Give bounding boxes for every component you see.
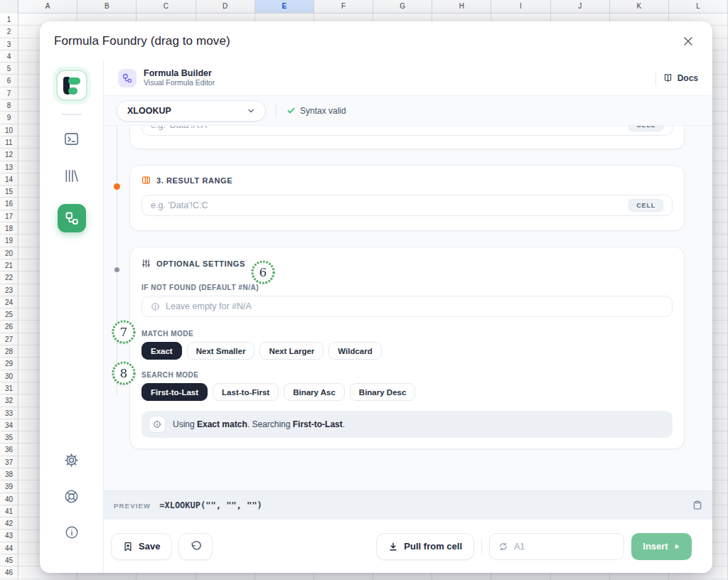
sidebar-item-help[interactable] [63, 488, 80, 505]
match-mode-option-wildcard[interactable]: Wildcard [328, 342, 381, 360]
row-header-1[interactable]: 1 [0, 14, 18, 26]
row-header-40[interactable]: 40 [0, 493, 18, 505]
row-header-37[interactable]: 37 [0, 456, 18, 468]
row-header-36[interactable]: 36 [0, 444, 18, 456]
column-header-L[interactable]: L [669, 0, 728, 13]
clipboard-icon[interactable] [692, 500, 702, 510]
match-mode-option-next-smaller[interactable]: Next Smaller [187, 342, 255, 360]
if-not-found-input[interactable] [166, 301, 663, 311]
form-scroll-area[interactable]: CELL 3. RESULT RANGE CELL [104, 126, 712, 490]
row-header-42[interactable]: 42 [0, 517, 18, 530]
row-header-39[interactable]: 39 [0, 480, 18, 493]
row-header-41[interactable]: 41 [0, 505, 18, 517]
row-header-11[interactable]: 11 [0, 136, 18, 149]
builder-title: Formula Builder [144, 68, 215, 78]
refresh-icon [498, 542, 508, 552]
row-header-25[interactable]: 25 [0, 308, 18, 321]
sidebar-item-formula-builder-active[interactable] [58, 204, 86, 232]
row-header-20[interactable]: 20 [0, 247, 18, 259]
cell-badge[interactable]: CELL [628, 126, 663, 131]
column-header-K[interactable]: K [610, 0, 669, 13]
column-header-E[interactable]: E [255, 0, 314, 13]
row-header-29[interactable]: 29 [0, 358, 18, 370]
row-header-15[interactable]: 15 [0, 186, 18, 198]
search-mode-option-binary-desc[interactable]: Binary Desc [350, 383, 415, 401]
match-mode-option-next-larger[interactable]: Next Larger [259, 342, 323, 360]
row-header-4[interactable]: 4 [0, 50, 18, 63]
cell-badge[interactable]: CELL [628, 199, 663, 212]
save-button[interactable]: Save [111, 533, 172, 560]
function-name: XLOOKUP [127, 106, 171, 116]
row-header-28[interactable]: 28 [0, 345, 18, 358]
search-mode-option-first-to-last[interactable]: First-to-Last [141, 383, 208, 401]
row-header-10[interactable]: 10 [0, 124, 18, 136]
row-header-9[interactable]: 9 [0, 112, 18, 124]
column-header-J[interactable]: J [551, 0, 610, 13]
column-header-G[interactable]: G [373, 0, 432, 13]
row-header-35[interactable]: 35 [0, 431, 18, 444]
column-header-H[interactable]: H [432, 0, 491, 13]
column-header-D[interactable]: D [196, 0, 255, 13]
row-header-24[interactable]: 24 [0, 296, 18, 308]
row-header-13[interactable]: 13 [0, 161, 18, 173]
row-header-34[interactable]: 34 [0, 419, 18, 431]
column-header-C[interactable]: C [136, 0, 196, 13]
function-selector[interactable]: XLOOKUP [117, 100, 266, 122]
row-header-26[interactable]: 26 [0, 321, 18, 333]
row-header-44[interactable]: 44 [0, 542, 18, 554]
library-icon [63, 168, 80, 184]
row-header-2[interactable]: 2 [0, 26, 18, 38]
row-header-23[interactable]: 23 [0, 284, 18, 296]
insert-button[interactable]: Insert [631, 533, 692, 560]
row-header-7[interactable]: 7 [0, 87, 18, 100]
lookup-range-input[interactable] [151, 126, 623, 130]
select-all-corner[interactable] [0, 0, 18, 14]
row-header-19[interactable]: 19 [0, 235, 18, 247]
row-header-46[interactable]: 46 [0, 566, 18, 579]
row-header-3[interactable]: 3 [0, 38, 18, 50]
column-headers: ABCDEFGHIJKL [0, 0, 728, 14]
row-header-21[interactable]: 21 [0, 259, 18, 272]
row-header-12[interactable]: 12 [0, 149, 18, 161]
undo-button[interactable] [178, 533, 213, 560]
search-mode-option-last-to-first[interactable]: Last-to-First [213, 383, 279, 401]
column-header-F[interactable]: F [314, 0, 373, 13]
settings-gear-icon [63, 452, 80, 468]
syntax-status-label: Syntax valid [300, 106, 346, 116]
divider [276, 104, 277, 118]
column-header-A[interactable]: A [18, 0, 77, 13]
row-header-14[interactable]: 14 [0, 173, 18, 186]
sidebar-item-settings[interactable] [63, 452, 80, 468]
row-header-31[interactable]: 31 [0, 382, 18, 394]
column-header-B[interactable]: B [77, 0, 136, 13]
match-mode-option-exact[interactable]: Exact [141, 342, 182, 360]
close-icon[interactable] [681, 34, 695, 48]
docs-button[interactable]: Docs [663, 72, 698, 83]
row-header-18[interactable]: 18 [0, 222, 18, 235]
sidebar-item-terminal[interactable] [63, 131, 80, 147]
row-header-43[interactable]: 43 [0, 530, 18, 542]
row-header-22[interactable]: 22 [0, 272, 18, 284]
row-header-6[interactable]: 6 [0, 75, 18, 87]
row-header-32[interactable]: 32 [0, 394, 18, 407]
row-header-38[interactable]: 38 [0, 468, 18, 480]
sidebar-item-about[interactable] [64, 525, 80, 540]
row-header-27[interactable]: 27 [0, 333, 18, 345]
pull-from-cell-button[interactable]: Pull from cell [376, 533, 474, 560]
row-header-16[interactable]: 16 [0, 198, 18, 210]
result-range-input[interactable] [151, 200, 623, 210]
cell-reference-input[interactable] [514, 542, 615, 552]
dialog-drag-handle[interactable]: Formula Foundry (drag to move) [40, 21, 712, 60]
search-mode-option-binary-asc[interactable]: Binary Asc [284, 383, 345, 401]
row-header-17[interactable]: 17 [0, 210, 18, 222]
sidebar-divider [62, 114, 82, 115]
row-header-45[interactable]: 45 [0, 554, 18, 566]
sidebar-item-library[interactable] [63, 168, 80, 184]
row-header-33[interactable]: 33 [0, 407, 18, 419]
pull-from-cell-label: Pull from cell [404, 541, 462, 552]
row-header-8[interactable]: 8 [0, 100, 18, 112]
info-icon [64, 525, 80, 540]
row-header-5[interactable]: 5 [0, 63, 18, 75]
row-header-30[interactable]: 30 [0, 370, 18, 382]
column-header-I[interactable]: I [491, 0, 550, 13]
